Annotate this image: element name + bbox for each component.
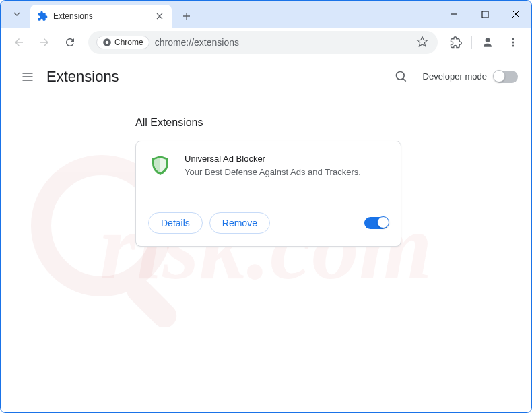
menu-button[interactable] xyxy=(502,31,525,54)
minimize-icon xyxy=(450,10,458,18)
toolbar: Chrome chrome://extensions xyxy=(1,28,531,57)
search-extensions-button[interactable] xyxy=(388,63,415,90)
extension-description: Your Best Defense Against Ads and Tracke… xyxy=(185,166,389,179)
extension-name: Universal Ad Blocker xyxy=(185,154,389,164)
back-button[interactable] xyxy=(7,31,30,54)
content-area: All Extensions Universal Ad Blocker Your… xyxy=(1,96,531,247)
svg-point-5 xyxy=(512,41,514,43)
chip-label: Chrome xyxy=(114,38,143,47)
extension-card: Universal Ad Blocker Your Best Defense A… xyxy=(135,141,401,247)
maximize-button[interactable] xyxy=(469,1,500,28)
shield-icon xyxy=(148,154,172,178)
svg-point-6 xyxy=(512,44,514,46)
details-button[interactable]: Details xyxy=(148,212,203,234)
search-icon xyxy=(395,70,408,84)
maximize-icon xyxy=(481,11,489,18)
toggle-knob xyxy=(493,70,505,82)
svg-rect-0 xyxy=(482,11,488,18)
main-menu-button[interactable] xyxy=(14,63,41,90)
remove-button[interactable]: Remove xyxy=(209,212,270,234)
close-icon xyxy=(512,10,520,18)
extensions-page: risk.com Extensions Developer mode All E… xyxy=(1,57,531,412)
arrow-left-icon xyxy=(13,36,25,49)
tab-close-button[interactable] xyxy=(154,11,165,22)
developer-mode-toggle[interactable] xyxy=(494,71,518,83)
address-bar[interactable]: Chrome chrome://extensions xyxy=(88,31,438,54)
reload-icon xyxy=(64,36,76,49)
developer-mode-label: Developer mode xyxy=(423,71,487,82)
plus-icon xyxy=(182,12,191,20)
section-title: All Extensions xyxy=(135,117,531,129)
toolbar-separator xyxy=(471,36,472,49)
puzzle-piece-icon xyxy=(37,11,48,22)
chrome-chip: Chrome xyxy=(96,36,149,49)
tab-search-dropdown[interactable] xyxy=(6,3,28,25)
puzzle-icon xyxy=(450,36,462,49)
bookmark-button[interactable] xyxy=(416,36,430,49)
svg-point-2 xyxy=(106,40,109,44)
browser-tab[interactable]: Extensions xyxy=(30,5,172,28)
svg-point-9 xyxy=(396,71,404,80)
arrow-right-icon xyxy=(38,36,51,49)
url-text: chrome://extensions xyxy=(155,37,416,48)
extensions-button[interactable] xyxy=(444,31,467,54)
profile-button[interactable] xyxy=(476,31,499,54)
profile-icon xyxy=(481,36,494,49)
new-tab-button[interactable] xyxy=(177,7,196,26)
extension-enable-toggle[interactable] xyxy=(364,217,389,229)
page-title: Extensions xyxy=(46,68,119,86)
developer-mode-control: Developer mode xyxy=(423,71,518,83)
close-icon xyxy=(156,13,163,20)
window-controls xyxy=(438,1,531,28)
toggle-knob xyxy=(377,216,389,228)
kebab-icon xyxy=(508,37,519,48)
tab-title: Extensions xyxy=(53,11,154,21)
svg-point-4 xyxy=(512,38,514,40)
svg-rect-8 xyxy=(122,273,182,327)
tab-bar: Extensions xyxy=(1,1,531,28)
star-icon xyxy=(416,36,428,48)
svg-point-3 xyxy=(486,38,490,42)
forward-button[interactable] xyxy=(33,31,56,54)
page-header: Extensions Developer mode xyxy=(1,57,531,96)
chevron-down-icon xyxy=(13,10,21,18)
extension-icon xyxy=(148,154,172,178)
close-window-button[interactable] xyxy=(500,1,531,28)
chrome-logo-icon xyxy=(102,38,112,47)
hamburger-icon xyxy=(21,70,34,84)
reload-button[interactable] xyxy=(59,31,81,54)
minimize-button[interactable] xyxy=(438,1,469,28)
